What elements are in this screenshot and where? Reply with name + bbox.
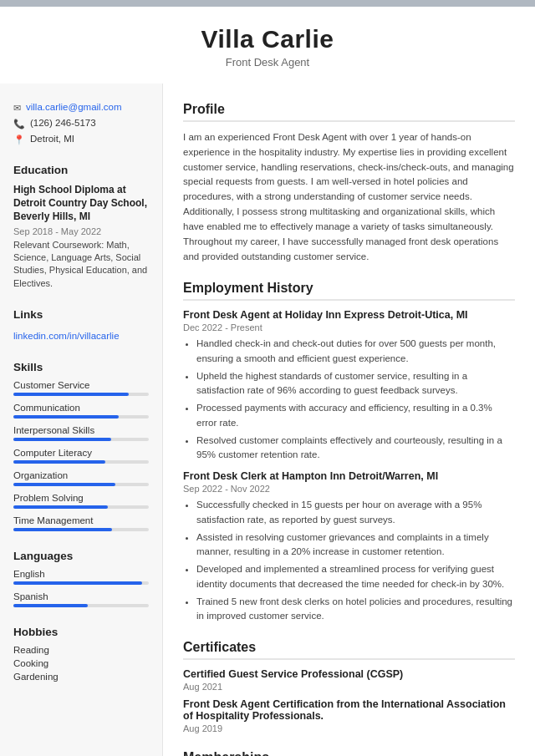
edu-dates: Sep 2018 - May 2022 [13, 226, 149, 236]
hobbies-section: Hobbies ReadingCookingGardening [13, 626, 149, 682]
skill-item: Problem Solving [13, 493, 149, 509]
education-section: Education High School Diploma at Detroit… [13, 164, 149, 290]
body-layout: ✉ villa.carlie@gmail.com 📞 (126) 246-517… [0, 84, 535, 756]
linkedin-item: linkedin.com/in/villacarlie [13, 327, 149, 342]
candidate-name: Villa Carlie [17, 25, 518, 53]
cert-title: Front Desk Agent Certification from the … [183, 698, 515, 722]
language-name: Spanish [13, 591, 149, 601]
skill-name: Communication [13, 403, 149, 413]
job-bullet: Processed payments with accuracy and eff… [196, 401, 515, 430]
languages-section: Languages English Spanish [13, 550, 149, 607]
language-bar-bg [13, 581, 149, 585]
hobby-item: Gardening [13, 672, 149, 682]
main-content: Profile I am an experienced Front Desk A… [163, 84, 535, 756]
job-bullet: Upheld the highest standards of customer… [196, 369, 515, 398]
skill-bar-fill [13, 460, 105, 464]
employment-section-title: Employment History [183, 281, 515, 301]
links-section: Links linkedin.com/in/villacarlie [13, 308, 149, 342]
job-dates: Sep 2022 - Nov 2022 [183, 484, 515, 494]
skill-bar-bg [13, 393, 149, 396]
job-bullet: Successfully checked in 15 guests per ho… [196, 498, 515, 527]
language-item: Spanish [13, 591, 149, 607]
skill-bar-bg [13, 483, 149, 486]
skill-bar-fill [13, 393, 129, 396]
certificates-section: Certificates Certified Guest Service Pro… [183, 640, 515, 733]
skill-bar-fill [13, 528, 112, 531]
skill-bar-fill [13, 438, 111, 441]
location-text: Detroit, MI [30, 134, 74, 144]
hobbies-title: Hobbies [13, 626, 149, 638]
skill-item: Time Management [13, 515, 149, 531]
cert-date: Aug 2021 [183, 682, 515, 692]
phone-item: 📞 (126) 246-5173 [13, 118, 149, 129]
skill-name: Computer Literacy [13, 448, 149, 458]
skill-bar-bg [13, 415, 149, 419]
profile-text: I am an experienced Front Desk Agent wit… [183, 130, 515, 264]
phone-icon: 📞 [13, 119, 25, 129]
languages-list: English Spanish [13, 569, 149, 607]
location-item: 📍 Detroit, MI [13, 134, 149, 145]
skill-item: Organization [13, 470, 149, 486]
language-name: English [13, 569, 149, 579]
skill-item: Customer Service [13, 380, 149, 396]
education-title: Education [13, 164, 149, 176]
job-bullets: Successfully checked in 15 guests per ho… [183, 498, 515, 623]
employment-section: Employment History Front Desk Agent at H… [183, 281, 515, 623]
skills-title: Skills [13, 361, 149, 373]
job-title: Front Desk Agent at Holiday Inn Express … [183, 309, 515, 321]
memberships-section-title: Memberships [183, 750, 515, 756]
linkedin-link[interactable]: linkedin.com/in/villacarlie [13, 331, 120, 341]
job-bullets: Handled check-in and check-out duties fo… [183, 337, 515, 462]
email-item: ✉ villa.carlie@gmail.com [13, 102, 149, 114]
skill-name: Time Management [13, 515, 149, 525]
skill-bar-fill [13, 505, 108, 509]
job-bullet: Resolved customer complaints effectively… [196, 434, 515, 463]
skills-list: Customer Service Communication Interpers… [13, 380, 149, 531]
sidebar: ✉ villa.carlie@gmail.com 📞 (126) 246-517… [0, 84, 163, 756]
skill-bar-bg [13, 438, 149, 441]
job-title: Front Desk Clerk at Hampton Inn Detroit/… [183, 470, 515, 482]
certs-list: Certified Guest Service Professional (CG… [183, 668, 515, 733]
hobby-item: Cooking [13, 658, 149, 668]
profile-section: Profile I am an experienced Front Desk A… [183, 102, 515, 264]
job-dates: Dec 2022 - Present [183, 322, 515, 332]
skill-name: Customer Service [13, 380, 149, 390]
job-bullet: Trained 5 new front desk clerks on hotel… [196, 595, 515, 624]
skill-bar-fill [13, 483, 115, 486]
skill-name: Organization [13, 470, 149, 480]
hobby-item: Reading [13, 645, 149, 655]
cert-title: Certified Guest Service Professional (CG… [183, 668, 515, 680]
skill-bar-bg [13, 505, 149, 509]
profile-section-title: Profile [183, 102, 515, 122]
edu-degree: High School Diploma at Detroit Country D… [13, 183, 149, 224]
job-entry: Front Desk Agent at Holiday Inn Express … [183, 309, 515, 462]
skill-name: Problem Solving [13, 493, 149, 503]
links-title: Links [13, 308, 149, 321]
hobbies-list: ReadingCookingGardening [13, 645, 149, 682]
cert-date: Aug 2019 [183, 723, 515, 733]
contact-section: ✉ villa.carlie@gmail.com 📞 (126) 246-517… [13, 102, 149, 145]
language-bar-bg [13, 604, 149, 607]
certificates-section-title: Certificates [183, 640, 515, 660]
job-bullet: Assisted in resolving customer grievance… [196, 530, 515, 560]
email-link[interactable]: villa.carlie@gmail.com [26, 102, 122, 112]
skill-bar-bg [13, 460, 149, 464]
skill-bar-fill [13, 415, 119, 419]
edu-coursework: Relevant Coursework: Math, Science, Lang… [13, 239, 149, 291]
language-bar-fill [13, 581, 142, 585]
resume-header: Villa Carlie Front Desk Agent [0, 0, 535, 84]
email-icon: ✉ [13, 103, 21, 114]
skill-name: Interpersonal Skills [13, 425, 149, 435]
language-item: English [13, 569, 149, 585]
location-icon: 📍 [13, 134, 25, 145]
jobs-list: Front Desk Agent at Holiday Inn Express … [183, 309, 515, 623]
job-bullet: Developed and implemented a streamlined … [196, 562, 515, 591]
skill-item: Communication [13, 403, 149, 419]
skills-section: Skills Customer Service Communication In… [13, 361, 149, 531]
candidate-title: Front Desk Agent [17, 56, 518, 68]
languages-title: Languages [13, 550, 149, 562]
cert-entry: Front Desk Agent Certification from the … [183, 698, 515, 733]
resume-wrapper: Villa Carlie Front Desk Agent ✉ villa.ca… [0, 0, 535, 756]
memberships-section: Memberships International Association of… [183, 750, 515, 756]
skill-bar-bg [13, 528, 149, 531]
